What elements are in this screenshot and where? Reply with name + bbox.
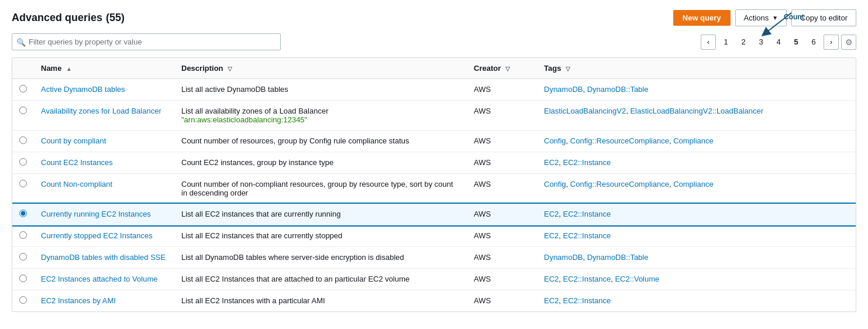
- query-name-link[interactable]: Count by compliant: [41, 136, 106, 145]
- prev-icon: ‹: [707, 37, 709, 46]
- query-name-link[interactable]: EC2 Instances attached to Volume: [41, 275, 157, 283]
- query-tags: EC2, EC2::Instance: [537, 204, 856, 225]
- search-row: 🔍 Count ‹ 1 2: [12, 33, 856, 50]
- table-row: Active DynamoDB tablesList all active Dy…: [12, 79, 856, 101]
- query-name-link[interactable]: Currently stopped EC2 Instances: [41, 231, 153, 240]
- query-tags: Config, Config::ResourceCompliance, Comp…: [537, 131, 856, 152]
- svg-text:Count: Count: [784, 13, 804, 21]
- select-column-header: [12, 58, 34, 79]
- tag-link[interactable]: EC2::Instance: [563, 275, 611, 283]
- table-row: Availability zones for Load BalancerList…: [12, 101, 856, 131]
- query-tags: ElasticLoadBalancingV2, ElasticLoadBalan…: [537, 101, 856, 131]
- tag-link[interactable]: DynamoDB::Table: [587, 253, 649, 262]
- tag-link[interactable]: DynamoDB::Table: [587, 85, 649, 94]
- table-row: Count Non-compliantCount number of non-c…: [12, 174, 856, 204]
- tag-link[interactable]: Compliance: [673, 136, 714, 145]
- query-description: List all active DynamoDB tables: [174, 79, 467, 101]
- tag-link[interactable]: EC2: [544, 210, 559, 218]
- query-creator: AWS: [467, 225, 537, 247]
- tag-link[interactable]: EC2::Instance: [563, 210, 611, 218]
- search-input[interactable]: [12, 33, 281, 50]
- tag-link[interactable]: EC2::Instance: [563, 231, 611, 240]
- settings-icon: ⚙: [845, 37, 853, 47]
- table-row: Count EC2 InstancesCount EC2 instances, …: [12, 152, 856, 174]
- row-radio-3[interactable]: [19, 136, 27, 144]
- creator-column-header[interactable]: Creator ▽: [467, 58, 537, 79]
- pagination-settings-button[interactable]: ⚙: [841, 35, 856, 50]
- description-highlight: "arn:aws:elasticloadbalancing:12345": [181, 115, 307, 124]
- page-wrapper: Advanced queries (55) New query Actions …: [0, 0, 868, 329]
- query-name-link[interactable]: DynamoDB tables with disabled SSE: [41, 253, 166, 262]
- queries-table: Name ▲ Description ▽ Creator ▽ Tags ▽: [12, 58, 856, 311]
- tag-link[interactable]: Config::ResourceCompliance: [570, 136, 669, 145]
- query-name-link[interactable]: Count Non-compliant: [41, 180, 112, 189]
- query-creator: AWS: [467, 269, 537, 290]
- tags-column-header[interactable]: Tags ▽: [537, 58, 856, 79]
- query-name-link[interactable]: EC2 Instances by AMI: [41, 296, 116, 305]
- search-container: 🔍: [12, 33, 281, 50]
- table-row: Currently running EC2 InstancesList all …: [12, 204, 856, 225]
- tag-link[interactable]: EC2::Instance: [563, 158, 611, 167]
- annotation-arrow: Count: [748, 10, 800, 38]
- query-name-link[interactable]: Currently running EC2 Instances: [41, 210, 151, 218]
- tag-link[interactable]: EC2: [544, 296, 559, 305]
- query-description: Count number of non-compliant resources,…: [174, 174, 467, 204]
- pagination-area: Count ‹ 1 2 3 4 5 6 ›: [701, 35, 856, 50]
- header-row: Advanced queries (55) New query Actions …: [12, 9, 856, 26]
- query-name-link[interactable]: Active DynamoDB tables: [41, 85, 125, 94]
- query-creator: AWS: [467, 204, 537, 225]
- row-radio-1[interactable]: [19, 85, 27, 92]
- new-query-button[interactable]: New query: [673, 10, 731, 26]
- row-radio-9[interactable]: [19, 275, 27, 282]
- row-radio-8[interactable]: [19, 253, 27, 261]
- queries-table-container: Name ▲ Description ▽ Creator ▽ Tags ▽: [12, 57, 856, 312]
- query-description: List all EC2 instances that are currentl…: [174, 204, 467, 225]
- query-description: List all DynamoDB tables where server-si…: [174, 247, 467, 269]
- query-name-link[interactable]: Availability zones for Load Balancer: [41, 107, 161, 115]
- query-name-link[interactable]: Count EC2 Instances: [41, 158, 113, 167]
- query-creator: AWS: [467, 290, 537, 312]
- row-radio-2[interactable]: [19, 107, 27, 114]
- table-row: Count by compliantCount number of resour…: [12, 131, 856, 152]
- table-row: DynamoDB tables with disabled SSEList al…: [12, 247, 856, 269]
- query-creator: AWS: [467, 174, 537, 204]
- query-description: Count EC2 instances, group by instance t…: [174, 152, 467, 174]
- search-icon: 🔍: [16, 37, 26, 46]
- tag-link[interactable]: EC2::Volume: [615, 275, 659, 283]
- tag-link[interactable]: ElasticLoadBalancingV2::LoadBalancer: [630, 107, 763, 115]
- query-creator: AWS: [467, 101, 537, 131]
- row-radio-7[interactable]: [19, 231, 27, 239]
- tag-link[interactable]: DynamoDB: [544, 253, 583, 262]
- query-tags: DynamoDB, DynamoDB::Table: [537, 79, 856, 101]
- name-sort-icon: ▲: [66, 66, 72, 72]
- query-description: List all EC2 Instances with a particular…: [174, 290, 467, 312]
- desc-sort-icon: ▽: [228, 66, 232, 72]
- tag-link[interactable]: DynamoDB: [544, 85, 583, 94]
- pagination-next-button[interactable]: ›: [824, 35, 839, 50]
- table-row: Currently stopped EC2 InstancesList all …: [12, 225, 856, 247]
- description-column-header[interactable]: Description ▽: [174, 58, 467, 79]
- query-tags: Config, Config::ResourceCompliance, Comp…: [537, 174, 856, 204]
- query-tags: EC2, EC2::Instance: [537, 290, 856, 312]
- tag-link[interactable]: EC2: [544, 275, 559, 283]
- row-radio-6[interactable]: [19, 210, 27, 217]
- tag-link[interactable]: Config: [544, 180, 566, 189]
- pagination-page-1[interactable]: 1: [718, 35, 733, 50]
- row-radio-10[interactable]: [19, 296, 27, 304]
- row-radio-4[interactable]: [19, 158, 27, 166]
- table-row: EC2 Instances attached to VolumeList all…: [12, 269, 856, 290]
- tag-link[interactable]: EC2: [544, 158, 559, 167]
- tag-link[interactable]: Config: [544, 136, 566, 145]
- tag-link[interactable]: Config::ResourceCompliance: [570, 180, 669, 189]
- query-description: Count number of resources, group by Conf…: [174, 131, 467, 152]
- tag-link[interactable]: EC2: [544, 231, 559, 240]
- name-column-header[interactable]: Name ▲: [34, 58, 174, 79]
- tag-link[interactable]: Compliance: [673, 180, 714, 189]
- next-icon: ›: [830, 37, 832, 46]
- pagination-prev-button[interactable]: ‹: [701, 35, 716, 50]
- tag-link[interactable]: EC2::Instance: [563, 296, 611, 305]
- tag-link[interactable]: ElasticLoadBalancingV2: [544, 107, 626, 115]
- query-count: (55): [106, 12, 125, 24]
- pagination-page-6[interactable]: 6: [806, 35, 821, 50]
- row-radio-5[interactable]: [19, 180, 27, 187]
